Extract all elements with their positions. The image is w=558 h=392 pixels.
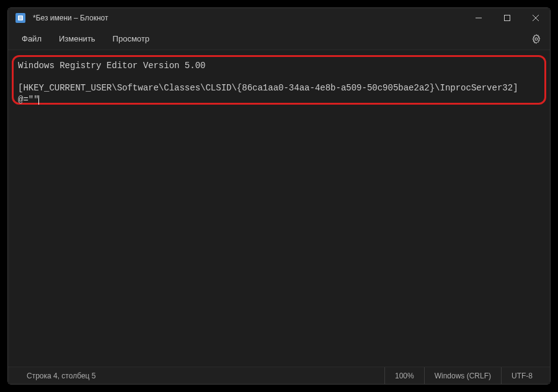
editor-content[interactable]: Windows Registry Editor Version 5.00 [HK… bbox=[11, 56, 547, 109]
minimize-button[interactable] bbox=[464, 8, 493, 28]
statusbar: Строка 4, столбец 5 100% Windows (CRLF) … bbox=[8, 367, 550, 384]
titlebar[interactable]: *Без имени – Блокнот bbox=[8, 8, 550, 28]
menubar: Файл Изменить Просмотр bbox=[8, 28, 550, 50]
menu-file[interactable]: Файл bbox=[13, 30, 50, 47]
notepad-window: *Без имени – Блокнот Файл Изменить Просм… bbox=[7, 7, 551, 385]
status-position: Строка 4, столбец 5 bbox=[16, 372, 384, 380]
svg-rect-5 bbox=[505, 15, 510, 21]
window-controls bbox=[464, 8, 550, 28]
editor-area[interactable]: Windows Registry Editor Version 5.00 [HK… bbox=[8, 50, 550, 367]
editor-line-3: [HKEY_CURRENT_USER\Software\Classes\CLSI… bbox=[18, 83, 518, 93]
menu-edit[interactable]: Изменить bbox=[50, 30, 104, 47]
status-zoom[interactable]: 100% bbox=[384, 367, 424, 385]
close-button[interactable] bbox=[521, 8, 550, 28]
editor-line-4: @="" bbox=[18, 95, 39, 105]
status-encoding[interactable]: UTF-8 bbox=[501, 367, 542, 385]
menu-view[interactable]: Просмотр bbox=[104, 30, 158, 47]
gear-icon bbox=[531, 34, 541, 44]
status-line-ending[interactable]: Windows (CRLF) bbox=[424, 367, 501, 385]
editor-line-1: Windows Registry Editor Version 5.00 bbox=[18, 61, 205, 71]
maximize-button[interactable] bbox=[493, 8, 521, 28]
settings-button[interactable] bbox=[528, 30, 545, 48]
window-title: *Без имени – Блокнот bbox=[33, 14, 464, 22]
text-cursor bbox=[38, 95, 39, 105]
notepad-icon bbox=[16, 13, 25, 23]
